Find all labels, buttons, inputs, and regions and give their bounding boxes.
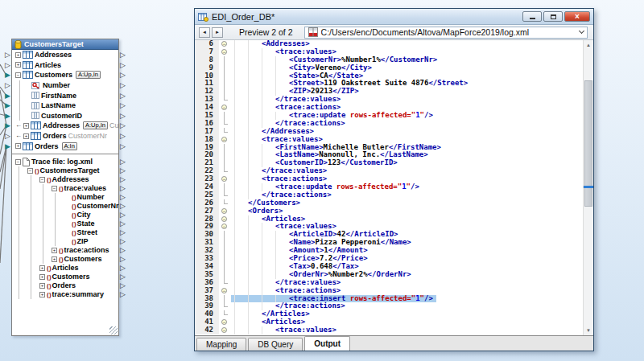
tree-row[interactable]: −( )CustomersTarget▷ [12, 166, 118, 175]
sql-action-badge[interactable]: A:In [62, 142, 77, 150]
vertical-scrollbar[interactable]: ▲ ▼ [583, 40, 593, 335]
output-connector[interactable]: ▷ [120, 247, 126, 254]
output-connector[interactable]: ▷ [120, 61, 126, 68]
code-line[interactable]: 21<CustomerID>123</CustomerID> [195, 159, 583, 167]
fold-marker[interactable]: − [219, 175, 231, 183]
table-row[interactable]: ▶+OrdersA:In▷ [12, 141, 118, 151]
table-row[interactable]: ▷←+OrdersCustomerNr▷ [12, 131, 118, 142]
output-connector[interactable]: ▷ [120, 229, 126, 236]
code-line[interactable]: 39</trace:actions> [195, 302, 583, 310]
tab-mapping[interactable]: Mapping [196, 338, 246, 351]
output-connector[interactable]: ▷ [120, 194, 126, 201]
fold-marker[interactable]: − [219, 326, 231, 334]
code-line[interactable]: 8<CustomerNr>%Number1%</CustomerNr> [195, 56, 583, 64]
tab-db-query[interactable]: DB Query [248, 338, 303, 351]
fold-marker[interactable]: − [219, 48, 231, 56]
expand-toggle[interactable]: − [15, 72, 21, 78]
collapse-icon[interactable]: − [221, 208, 227, 214]
output-connector[interactable]: ▷ [120, 72, 126, 79]
output-connector[interactable]: ▷ [120, 142, 126, 150]
fold-marker[interactable]: − [219, 215, 231, 224]
output-connector[interactable]: ▷ [120, 158, 126, 166]
code-area[interactable]: 6−<Addresses>7−<trace:values>8<CustomerN… [195, 40, 583, 335]
collapse-icon[interactable]: − [221, 327, 227, 333]
collapse-icon[interactable]: − [221, 319, 227, 325]
tree-row[interactable]: −( )trace:values▷ [12, 184, 118, 193]
tree-row[interactable]: +( )trace:actions▷ [12, 246, 118, 255]
code-line[interactable]: 42−<trace:values> [195, 326, 583, 334]
fold-marker[interactable]: − [219, 136, 231, 144]
tree-row[interactable]: +( )Customers▷ [12, 273, 118, 281]
minimize-button[interactable] [522, 11, 542, 22]
code-line[interactable]: 9<City>Vereno</City> [195, 64, 583, 72]
tree-row[interactable]: ( )ZIP▷ [12, 237, 118, 246]
expand-toggle[interactable]: + [52, 248, 57, 253]
code-line[interactable]: 24<trace:update rows-affected="1"/> [195, 183, 583, 191]
component-customers-target[interactable]: CustomersTarget ▷+Addresses▷▷+Articles▷▶… [11, 39, 119, 336]
output-connector[interactable]: ▷ [120, 167, 126, 174]
tab-output[interactable]: Output [304, 336, 350, 351]
output-connector[interactable]: ▷ [120, 122, 126, 129]
code-line[interactable]: 32<Amount>1</Amount> [195, 247, 583, 255]
code-line[interactable]: 6−<Addresses> [195, 40, 583, 48]
collapse-icon[interactable]: − [221, 105, 227, 110]
input-connector[interactable]: ▶ [5, 122, 10, 129]
fold-marker[interactable]: − [219, 223, 231, 231]
output-connector[interactable]: ▷ [120, 282, 126, 289]
output-connector[interactable]: ▷ [120, 112, 126, 119]
next-preview-button[interactable]: ► [212, 27, 223, 38]
output-connector[interactable]: ▷ [120, 176, 126, 183]
table-row[interactable]: ▶←+AddressesA:Up,InCustomerNr▷ [12, 121, 118, 131]
expand-toggle[interactable]: + [52, 256, 57, 262]
table-row[interactable]: ▷+Articles▷ [12, 60, 118, 71]
input-connector[interactable]: ▷ [5, 61, 10, 68]
output-connector[interactable]: ▷ [120, 51, 126, 59]
previous-preview-button[interactable]: ◄ [199, 27, 210, 38]
collapse-icon[interactable]: − [221, 224, 227, 229]
code-line[interactable]: 16</trace:actions> [195, 120, 583, 128]
code-line[interactable]: 36</trace:values> [195, 279, 583, 287]
maximize-button[interactable] [543, 11, 563, 22]
output-connector[interactable]: ▷ [120, 133, 126, 140]
expand-toggle[interactable]: + [23, 133, 29, 139]
expand-toggle[interactable]: + [23, 123, 29, 129]
fold-marker[interactable]: − [219, 287, 231, 295]
output-connector[interactable]: ▷ [120, 256, 126, 263]
code-line[interactable]: 13</trace:values> [195, 96, 583, 104]
resize-grip[interactable] [109, 326, 118, 334]
input-connector[interactable]: ▶ [5, 72, 10, 79]
output-connector[interactable]: ▷ [120, 203, 126, 210]
tree-row[interactable]: +( )Orders▷ [12, 281, 118, 290]
table-row[interactable]: ▶FirstName▷ [12, 90, 118, 101]
tree-row[interactable]: ( )Number▷ [12, 193, 118, 202]
expand-toggle[interactable]: + [15, 62, 21, 68]
expand-toggle[interactable]: + [39, 292, 45, 297]
collapse-icon[interactable]: − [221, 288, 227, 293]
expand-toggle[interactable]: + [15, 143, 21, 149]
scroll-up-arrow-icon[interactable]: ▲ [584, 40, 593, 50]
file-path-combobox[interactable]: C:/Users/enc/Documents/Altova/MapForce20… [304, 27, 588, 39]
input-connector[interactable]: ▶ [5, 142, 10, 150]
output-connector[interactable]: ▷ [120, 92, 126, 99]
table-row[interactable]: ▶LastName▷ [12, 101, 118, 111]
code-line[interactable]: 11<Street>119 Oakstreet Suite 4876</Stre… [195, 80, 583, 88]
table-row[interactable]: ▶−CustomersA:Up,In▷ [12, 70, 118, 80]
tree-row[interactable]: ( )State▷ [12, 219, 118, 228]
sql-action-badge[interactable]: A:Up,In [76, 71, 101, 79]
code-line[interactable]: 22</trace:values> [195, 167, 583, 175]
collapse-icon[interactable]: − [221, 49, 227, 55]
output-connector[interactable]: ▷ [120, 265, 126, 272]
sql-action-badge[interactable]: A:Up,In [83, 121, 108, 129]
code-line[interactable]: 38<trace:insert rows-affected="1"/> [195, 295, 583, 303]
code-line[interactable]: 40</Articles> [195, 310, 583, 318]
code-line[interactable]: 17</Addresses> [195, 128, 583, 136]
fold-marker[interactable]: − [219, 40, 231, 48]
expand-toggle[interactable]: − [52, 186, 57, 191]
table-row[interactable]: ▷Number▷ [12, 80, 118, 91]
tree-row[interactable]: −( )Addresses▷ [12, 175, 118, 184]
code-line[interactable]: 35<OrderNr>%Number2%</OrderNr> [195, 271, 583, 279]
table-row[interactable]: ▶CustomerID▷ [12, 111, 118, 121]
input-connector[interactable]: ▶ [5, 92, 10, 99]
output-connector[interactable]: ▷ [120, 220, 126, 228]
code-line[interactable]: 15<trace:update rows-affected="1"/> [195, 112, 583, 120]
